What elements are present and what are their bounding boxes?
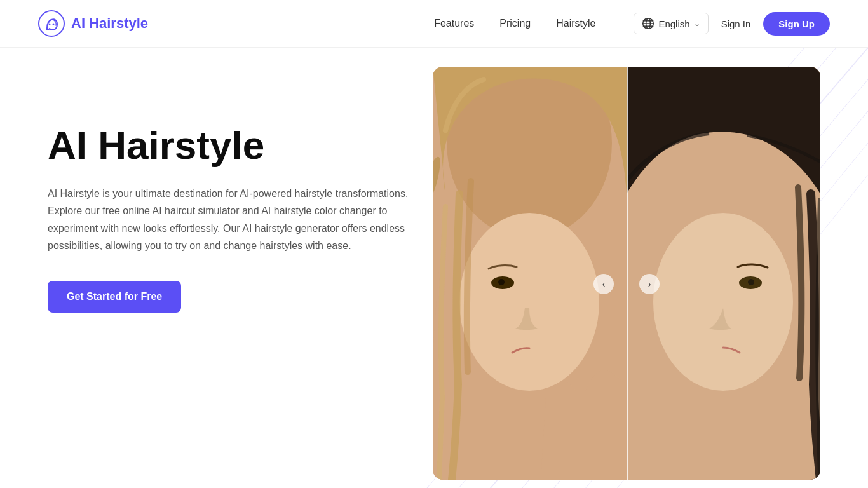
navbar: AI Hairstyle Features Pricing Hairstyle … bbox=[0, 0, 868, 48]
get-started-button[interactable]: Get Started for Free bbox=[48, 281, 181, 313]
nav-links: Features Pricing Hairstyle bbox=[434, 18, 595, 29]
prev-arrow-button[interactable]: ‹ bbox=[593, 274, 614, 294]
logo-text: AI Hairstyle bbox=[71, 15, 148, 32]
next-arrow-button[interactable]: › bbox=[639, 274, 660, 294]
image-nav-arrows: ‹ › bbox=[593, 274, 660, 294]
hero-image: ‹ › bbox=[433, 67, 820, 480]
image-split-container: ‹ › bbox=[433, 67, 820, 480]
main-content: AI Hairstyle AI Hairstyle is your ultima… bbox=[0, 48, 868, 488]
hero-title: AI Hairstyle bbox=[48, 124, 442, 167]
nav-link-hairstyle[interactable]: Hairstyle bbox=[556, 18, 595, 29]
svg-point-2 bbox=[53, 24, 55, 25]
svg-point-17 bbox=[459, 213, 599, 391]
nav-right: English ⌄ Sign In Sign Up bbox=[634, 12, 830, 36]
svg-point-1 bbox=[49, 24, 51, 25]
chevron-down-icon: ⌄ bbox=[694, 19, 700, 28]
sign-up-button[interactable]: Sign Up bbox=[763, 12, 830, 36]
language-selector[interactable]: English ⌄ bbox=[634, 13, 708, 34]
logo[interactable]: AI Hairstyle bbox=[38, 10, 148, 37]
nav-link-pricing[interactable]: Pricing bbox=[499, 18, 531, 29]
svg-point-19 bbox=[498, 279, 505, 285]
nav-link-features[interactable]: Features bbox=[434, 18, 474, 29]
hero-section: AI Hairstyle AI Hairstyle is your ultima… bbox=[48, 48, 442, 313]
language-label: English bbox=[658, 18, 689, 29]
hero-description: AI Hairstyle is your ultimate destinatio… bbox=[48, 185, 410, 254]
sign-in-button[interactable]: Sign In bbox=[721, 18, 751, 29]
svg-point-0 bbox=[39, 11, 64, 36]
globe-icon bbox=[642, 17, 654, 30]
logo-icon bbox=[38, 10, 65, 37]
